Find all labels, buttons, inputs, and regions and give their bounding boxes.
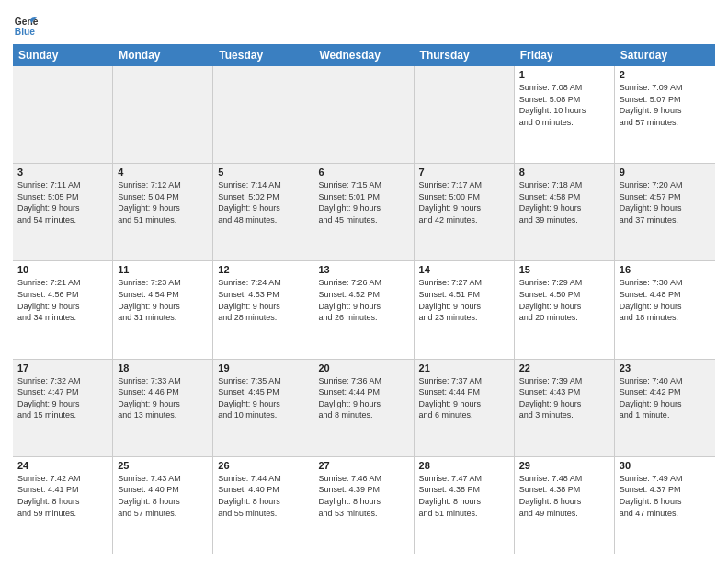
day-number: 10 [17,264,108,275]
day-cell-27: 27Sunrise: 7:46 AM Sunset: 4:39 PM Dayli… [313,457,414,554]
day-number: 2 [620,69,711,80]
day-cell-12: 12Sunrise: 7:24 AM Sunset: 4:53 PM Dayli… [213,261,313,358]
calendar-week-3: 10Sunrise: 7:21 AM Sunset: 4:56 PM Dayli… [13,261,715,359]
day-info: Sunrise: 7:32 AM Sunset: 4:47 PM Dayligh… [17,375,108,421]
svg-text:Blue: Blue [15,27,36,37]
weekday-header-wednesday: Wednesday [313,44,414,66]
day-info: Sunrise: 7:39 AM Sunset: 4:43 PM Dayligh… [519,375,609,421]
day-info: Sunrise: 7:30 AM Sunset: 4:48 PM Dayligh… [620,277,711,323]
day-cell-24: 24Sunrise: 7:42 AM Sunset: 4:41 PM Dayli… [13,457,113,554]
day-cell-16: 16Sunrise: 7:30 AM Sunset: 4:48 PM Dayli… [615,261,715,358]
empty-cell [13,66,113,163]
day-info: Sunrise: 7:20 AM Sunset: 4:57 PM Dayligh… [620,179,711,225]
day-info: Sunrise: 7:47 AM Sunset: 4:38 PM Dayligh… [419,473,509,519]
weekday-header-thursday: Thursday [415,44,515,66]
empty-cell [113,66,213,163]
day-cell-28: 28Sunrise: 7:47 AM Sunset: 4:38 PM Dayli… [415,457,515,554]
day-info: Sunrise: 7:11 AM Sunset: 5:05 PM Dayligh… [17,179,108,225]
day-cell-1: 1Sunrise: 7:08 AM Sunset: 5:08 PM Daylig… [515,66,615,163]
day-cell-15: 15Sunrise: 7:29 AM Sunset: 4:50 PM Dayli… [515,261,615,358]
day-cell-9: 9Sunrise: 7:20 AM Sunset: 4:57 PM Daylig… [615,164,715,260]
day-info: Sunrise: 7:17 AM Sunset: 5:00 PM Dayligh… [419,179,509,225]
day-info: Sunrise: 7:24 AM Sunset: 4:53 PM Dayligh… [218,277,308,323]
day-cell-20: 20Sunrise: 7:36 AM Sunset: 4:44 PM Dayli… [313,360,414,456]
day-cell-29: 29Sunrise: 7:48 AM Sunset: 4:38 PM Dayli… [515,457,615,554]
empty-cell [213,66,313,163]
day-cell-8: 8Sunrise: 7:18 AM Sunset: 4:58 PM Daylig… [515,164,615,260]
day-number: 28 [419,460,509,471]
day-number: 5 [218,167,308,178]
day-info: Sunrise: 7:40 AM Sunset: 4:42 PM Dayligh… [620,375,711,421]
day-cell-26: 26Sunrise: 7:44 AM Sunset: 4:40 PM Dayli… [213,457,313,554]
day-number: 20 [318,362,408,373]
day-cell-6: 6Sunrise: 7:15 AM Sunset: 5:01 PM Daylig… [313,164,414,260]
day-info: Sunrise: 7:23 AM Sunset: 4:54 PM Dayligh… [118,277,208,323]
empty-cell [313,66,414,163]
day-cell-2: 2Sunrise: 7:09 AM Sunset: 5:07 PM Daylig… [615,66,715,163]
day-number: 29 [519,460,609,471]
day-number: 21 [419,362,509,373]
calendar: SundayMondayTuesdayWednesdayThursdayFrid… [13,44,715,554]
day-cell-18: 18Sunrise: 7:33 AM Sunset: 4:46 PM Dayli… [113,360,213,456]
calendar-header: SundayMondayTuesdayWednesdayThursdayFrid… [13,44,715,66]
day-cell-19: 19Sunrise: 7:35 AM Sunset: 4:45 PM Dayli… [213,360,313,456]
day-cell-25: 25Sunrise: 7:43 AM Sunset: 4:40 PM Dayli… [113,457,213,554]
day-number: 6 [318,167,408,178]
day-cell-11: 11Sunrise: 7:23 AM Sunset: 4:54 PM Dayli… [113,261,213,358]
day-info: Sunrise: 7:08 AM Sunset: 5:08 PM Dayligh… [519,82,609,128]
day-number: 19 [218,362,308,373]
day-cell-14: 14Sunrise: 7:27 AM Sunset: 4:51 PM Dayli… [415,261,515,358]
day-number: 13 [318,264,408,275]
day-number: 23 [620,362,711,373]
day-cell-3: 3Sunrise: 7:11 AM Sunset: 5:05 PM Daylig… [13,164,113,260]
calendar-body: 1Sunrise: 7:08 AM Sunset: 5:08 PM Daylig… [13,66,715,554]
page-header: General Blue [13,9,715,39]
day-info: Sunrise: 7:48 AM Sunset: 4:38 PM Dayligh… [519,473,609,519]
day-number: 9 [620,167,711,178]
day-info: Sunrise: 7:37 AM Sunset: 4:44 PM Dayligh… [419,375,509,421]
day-cell-4: 4Sunrise: 7:12 AM Sunset: 5:04 PM Daylig… [113,164,213,260]
weekday-header-tuesday: Tuesday [213,44,313,66]
day-number: 22 [519,362,609,373]
day-info: Sunrise: 7:36 AM Sunset: 4:44 PM Dayligh… [318,375,408,421]
day-info: Sunrise: 7:43 AM Sunset: 4:40 PM Dayligh… [118,473,208,519]
logo-icon: General Blue [13,13,39,39]
weekday-header-sunday: Sunday [13,44,113,66]
day-info: Sunrise: 7:14 AM Sunset: 5:02 PM Dayligh… [218,179,308,225]
day-number: 30 [620,460,711,471]
day-info: Sunrise: 7:21 AM Sunset: 4:56 PM Dayligh… [17,277,108,323]
day-cell-10: 10Sunrise: 7:21 AM Sunset: 4:56 PM Dayli… [13,261,113,358]
day-info: Sunrise: 7:44 AM Sunset: 4:40 PM Dayligh… [218,473,308,519]
day-cell-30: 30Sunrise: 7:49 AM Sunset: 4:37 PM Dayli… [615,457,715,554]
day-number: 4 [118,167,208,178]
day-cell-17: 17Sunrise: 7:32 AM Sunset: 4:47 PM Dayli… [13,360,113,456]
empty-cell [415,66,515,163]
day-cell-5: 5Sunrise: 7:14 AM Sunset: 5:02 PM Daylig… [213,164,313,260]
calendar-week-5: 24Sunrise: 7:42 AM Sunset: 4:41 PM Dayli… [13,457,715,554]
day-info: Sunrise: 7:49 AM Sunset: 4:37 PM Dayligh… [620,473,711,519]
logo: General Blue [13,13,40,39]
calendar-week-4: 17Sunrise: 7:32 AM Sunset: 4:47 PM Dayli… [13,360,715,457]
day-number: 7 [419,167,509,178]
day-cell-7: 7Sunrise: 7:17 AM Sunset: 5:00 PM Daylig… [415,164,515,260]
day-info: Sunrise: 7:27 AM Sunset: 4:51 PM Dayligh… [419,277,509,323]
day-info: Sunrise: 7:26 AM Sunset: 4:52 PM Dayligh… [318,277,408,323]
day-number: 14 [419,264,509,275]
day-number: 27 [318,460,408,471]
day-cell-21: 21Sunrise: 7:37 AM Sunset: 4:44 PM Dayli… [415,360,515,456]
day-info: Sunrise: 7:33 AM Sunset: 4:46 PM Dayligh… [118,375,208,421]
calendar-week-2: 3Sunrise: 7:11 AM Sunset: 5:05 PM Daylig… [13,164,715,261]
day-number: 15 [519,264,609,275]
day-number: 17 [17,362,108,373]
weekday-header-monday: Monday [113,44,213,66]
weekday-header-saturday: Saturday [615,44,715,66]
day-cell-13: 13Sunrise: 7:26 AM Sunset: 4:52 PM Dayli… [313,261,414,358]
day-number: 24 [17,460,108,471]
day-number: 25 [118,460,208,471]
day-number: 26 [218,460,308,471]
calendar-week-1: 1Sunrise: 7:08 AM Sunset: 5:08 PM Daylig… [13,66,715,164]
day-info: Sunrise: 7:35 AM Sunset: 4:45 PM Dayligh… [218,375,308,421]
day-info: Sunrise: 7:09 AM Sunset: 5:07 PM Dayligh… [620,82,711,128]
day-info: Sunrise: 7:42 AM Sunset: 4:41 PM Dayligh… [17,473,108,519]
day-number: 18 [118,362,208,373]
